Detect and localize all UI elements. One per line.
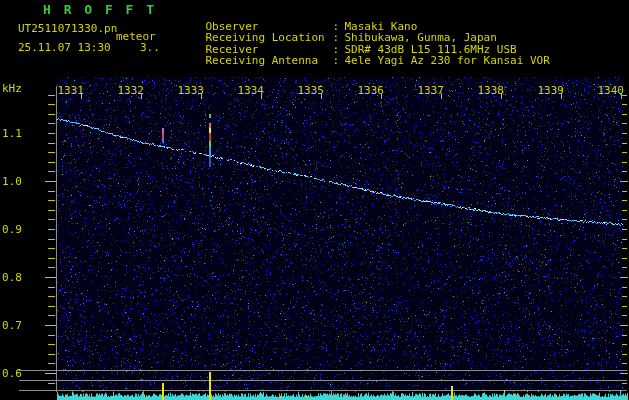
time-axis-label: 1337: [414, 84, 444, 97]
app-title: H R O F F T: [43, 3, 157, 17]
info-row-antenna: Receiving Antenna:4ele Yagi Az 230 for K…: [179, 41, 550, 80]
info-value: 4ele Yagi Az 230 for Kansai VOR: [345, 54, 550, 67]
frame-counter: 3..: [140, 42, 160, 54]
freq-axis-label: 0.9: [2, 223, 28, 236]
time-axis-label: 1335: [294, 84, 324, 97]
time-axis-label: 1332: [114, 84, 144, 97]
info-label: Receiving Antenna: [206, 54, 333, 67]
time-axis-label: 1334: [234, 84, 264, 97]
freq-unit-label: kHz: [2, 83, 22, 95]
freq-axis-label: 1.1: [2, 127, 28, 140]
time-axis-label: 1339: [534, 84, 564, 97]
time-axis-label: 1338: [474, 84, 504, 97]
freq-axis-label: 0.7: [2, 319, 28, 332]
colon: :: [333, 54, 345, 67]
time-axis-label: 1340: [594, 84, 624, 97]
hrofft-window: H R O F F T UT2511071330.pn meteor 25.11…: [0, 0, 629, 400]
filename-label: UT2511071330.pn: [18, 23, 117, 35]
freq-axis-label: 0.6: [2, 367, 28, 380]
time-axis-label: 1331: [54, 84, 84, 97]
time-axis-label: 1336: [354, 84, 384, 97]
freq-axis-label: 0.8: [2, 271, 28, 284]
time-axis-label: 1333: [174, 84, 204, 97]
freq-axis-label: 1.0: [2, 175, 28, 188]
datetime-label: 25.11.07 13:30: [18, 42, 111, 54]
